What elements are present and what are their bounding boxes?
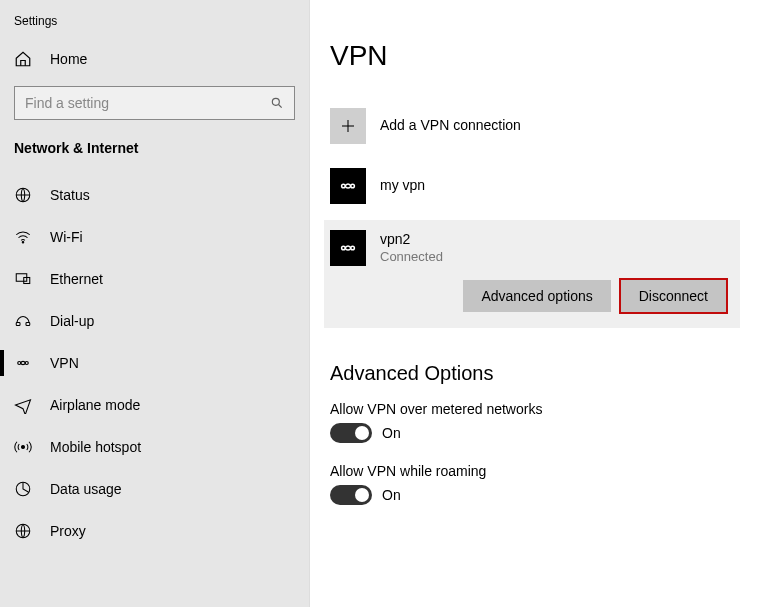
sidebar-item-label: Proxy <box>50 523 86 539</box>
sidebar-item-label: Status <box>50 187 90 203</box>
sidebar-item-hotspot[interactable]: Mobile hotspot <box>0 426 309 468</box>
sidebar-item-label: Mobile hotspot <box>50 439 141 455</box>
svg-point-15 <box>342 184 346 188</box>
sidebar-item-label: VPN <box>50 355 79 371</box>
sidebar-item-label: Wi-Fi <box>50 229 83 245</box>
home-link[interactable]: Home <box>0 40 309 78</box>
sidebar-item-airplane[interactable]: Airplane mode <box>0 384 309 426</box>
svg-point-8 <box>18 362 21 365</box>
sidebar-item-label: Data usage <box>50 481 122 497</box>
proxy-icon <box>14 522 32 540</box>
ethernet-icon <box>14 270 32 288</box>
home-icon <box>14 50 32 68</box>
sidebar-item-status[interactable]: Status <box>0 174 309 216</box>
toggle-roaming[interactable] <box>330 485 372 505</box>
hotspot-icon <box>14 438 32 456</box>
airplane-icon <box>14 396 32 414</box>
disconnect-button[interactable]: Disconnect <box>621 280 726 312</box>
page-title: VPN <box>330 40 748 72</box>
vpn-icon <box>14 354 32 372</box>
main-panel: VPN Add a VPN connection my vpn vpn2 <box>310 0 768 607</box>
svg-point-3 <box>22 242 24 244</box>
opt-metered-label: Allow VPN over metered networks <box>330 401 748 417</box>
sidebar-item-wifi[interactable]: Wi-Fi <box>0 216 309 258</box>
opt-roaming-label: Allow VPN while roaming <box>330 463 748 479</box>
sidebar-item-ethernet[interactable]: Ethernet <box>0 258 309 300</box>
sidebar: Settings Home Network & Internet Status … <box>0 0 310 607</box>
vpn-tile-icon <box>330 168 366 204</box>
svg-point-16 <box>351 184 355 188</box>
advanced-options-button[interactable]: Advanced options <box>463 280 610 312</box>
vpn-list: Add a VPN connection my vpn vpn2 Connect… <box>330 100 748 328</box>
sidebar-item-label: Dial-up <box>50 313 94 329</box>
add-vpn-label: Add a VPN connection <box>380 117 521 135</box>
vpn-item-myvpn[interactable]: my vpn <box>330 160 740 212</box>
toggle-roaming-state: On <box>382 487 401 503</box>
search-box[interactable] <box>14 86 295 120</box>
vpn-item-vpn2[interactable]: vpn2 Connected Advanced options Disconne… <box>324 220 740 328</box>
sidebar-item-proxy[interactable]: Proxy <box>0 510 309 552</box>
sidebar-item-label: Airplane mode <box>50 397 140 413</box>
svg-point-0 <box>272 98 279 105</box>
wifi-icon <box>14 228 32 246</box>
search-input[interactable] <box>25 95 270 111</box>
vpn-name: my vpn <box>380 177 425 195</box>
svg-line-1 <box>279 105 282 108</box>
toggle-metered-state: On <box>382 425 401 441</box>
sidebar-item-dialup[interactable]: Dial-up <box>0 300 309 342</box>
vpn-status: Connected <box>380 249 443 265</box>
search-icon <box>270 96 284 110</box>
svg-point-10 <box>22 446 25 449</box>
svg-point-17 <box>342 246 346 250</box>
vpn-name: vpn2 <box>380 231 443 249</box>
svg-point-9 <box>25 362 28 365</box>
app-title: Settings <box>0 12 309 40</box>
sidebar-item-data-usage[interactable]: Data usage <box>0 468 309 510</box>
advanced-options-title: Advanced Options <box>330 362 748 385</box>
globe-icon <box>14 186 32 204</box>
vpn-tile-icon <box>330 230 366 266</box>
add-vpn-connection[interactable]: Add a VPN connection <box>330 100 740 152</box>
dialup-icon <box>14 312 32 330</box>
plus-tile <box>330 108 366 144</box>
data-usage-icon <box>14 480 32 498</box>
sidebar-item-label: Ethernet <box>50 271 103 287</box>
svg-rect-6 <box>16 323 20 326</box>
svg-point-18 <box>351 246 355 250</box>
home-label: Home <box>50 51 87 67</box>
svg-rect-7 <box>26 323 30 326</box>
category-label: Network & Internet <box>0 134 309 174</box>
vpn-action-row: Advanced options Disconnect <box>330 280 730 312</box>
sidebar-item-vpn[interactable]: VPN <box>0 342 309 384</box>
toggle-metered[interactable] <box>330 423 372 443</box>
